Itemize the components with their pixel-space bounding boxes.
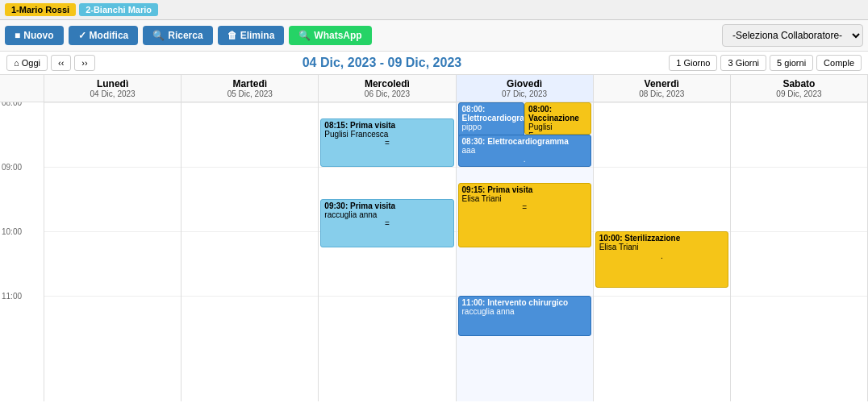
- time-label-1100: 11:00: [2, 292, 22, 301]
- day-header-lunedi: Lunedì 04 Dic, 2023: [44, 75, 182, 102]
- days-grid: 08:15: Prima visita Puglisi Francesca = …: [44, 102, 868, 401]
- day-col-sabato: [731, 102, 868, 401]
- delete-icon: 🗑: [227, 30, 237, 41]
- nav-row: ⌂ Oggi ‹‹ ›› 04 Dic, 2023 - 09 Dic, 2023…: [0, 52, 868, 75]
- modifica-button[interactable]: ✓ Modifica: [69, 26, 139, 45]
- event-gio-3[interactable]: 08:30: Elettrocardiogramma aaa .: [458, 135, 591, 167]
- hour-line: [594, 296, 730, 297]
- oggi-button[interactable]: ⌂ Oggi: [6, 55, 48, 71]
- event-mer-1[interactable]: 08:15: Prima visita Puglisi Francesca =: [320, 118, 453, 167]
- hour-line: [731, 296, 867, 297]
- event-gio-2[interactable]: 08:00: Vaccinazione Puglisi Francesca: [524, 102, 591, 135]
- hour-line: [457, 167, 593, 168]
- hour-line: [182, 167, 318, 168]
- view-complete-button[interactable]: Comple: [816, 55, 862, 71]
- time-label-0800: 08:00: [2, 102, 22, 107]
- plus-icon: ■: [15, 30, 20, 41]
- day-col-martedi: [182, 102, 319, 401]
- time-label-0900: 09:00: [2, 163, 22, 172]
- nav-left: ⌂ Oggi ‹‹ ››: [6, 55, 95, 71]
- view-1day-button[interactable]: 1 Giorno: [669, 55, 717, 71]
- hour-line: [182, 231, 318, 232]
- event-ven-1[interactable]: 10:00: Sterilizzazione Elisa Triani .: [595, 231, 728, 288]
- whatsapp-button[interactable]: 🔍 WhatsApp: [289, 26, 371, 45]
- toolbar: ■ Nuovo ✓ Modifica 🔍 Ricerca 🗑 Elimina 🔍…: [0, 20, 868, 52]
- collaboratore-select[interactable]: -Seleziona Collaboratore-: [722, 24, 863, 47]
- event-mer-2[interactable]: 09:30: Prima visita raccuglia anna =: [320, 199, 453, 247]
- calendar-header: Lunedì 04 Dic, 2023 Martedì 05 Dic, 2023…: [0, 75, 868, 102]
- day-header-mercoledi: Mercoledì 06 Dic, 2023: [319, 75, 456, 102]
- hour-line: [182, 102, 318, 103]
- elimina-button[interactable]: 🗑 Elimina: [218, 26, 285, 45]
- day-col-lunedi: [44, 102, 182, 401]
- event-gio-5[interactable]: 11:00: Intervento chirurgico raccuglia a…: [458, 296, 591, 336]
- next-button[interactable]: ››: [74, 55, 94, 71]
- prev-button[interactable]: ‹‹: [51, 55, 71, 71]
- tag-mario-rossi[interactable]: 1-Mario Rossi: [5, 3, 76, 16]
- day-header-martedi: Martedì 05 Dic, 2023: [182, 75, 319, 102]
- hour-line: [44, 231, 181, 232]
- hour-line: [319, 102, 455, 103]
- nuovo-button[interactable]: ■ Nuovo: [5, 26, 64, 45]
- home-icon: ⌂: [14, 58, 19, 68]
- hour-line: [44, 102, 181, 103]
- calendar-body: 08:00 09:00 10:00 11:00: [0, 102, 868, 401]
- hour-line: [731, 102, 867, 103]
- view-5days-button[interactable]: 5 giorni: [770, 55, 813, 71]
- day-header-sabato: Sabato 09 Dic, 2023: [731, 75, 868, 102]
- period-title: 04 Dic, 2023 - 09 Dic, 2023: [303, 56, 461, 70]
- event-gio-4[interactable]: 09:15: Prima visita Elisa Triani =: [458, 183, 591, 247]
- hour-line: [319, 167, 455, 168]
- day-col-mercoledi: 08:15: Prima visita Puglisi Francesca = …: [319, 102, 456, 401]
- tag-bianchi-mario[interactable]: 2-Bianchi Mario: [79, 3, 158, 16]
- hour-line: [731, 167, 867, 168]
- hour-line: [594, 102, 730, 103]
- day-header-giovedi: Giovedì 07 Dic, 2023: [457, 75, 594, 102]
- ricerca-button[interactable]: 🔍 Ricerca: [143, 26, 212, 45]
- day-col-giovedi: 08:00: Elettrocardiogram pippo 08:00: Va…: [457, 102, 594, 401]
- hour-line: [44, 167, 181, 168]
- hour-line: [731, 231, 867, 232]
- time-column: 08:00 09:00 10:00 11:00: [0, 102, 44, 401]
- day-col-venerdi: 10:00: Sterilizzazione Elisa Triani .: [594, 102, 731, 401]
- view-3days-button[interactable]: 3 Giorni: [720, 55, 766, 71]
- hour-line: [182, 296, 318, 297]
- hour-line: [594, 167, 730, 168]
- whatsapp-icon: 🔍: [298, 30, 311, 41]
- hour-line: [44, 296, 181, 297]
- tags-row: 1-Mario Rossi 2-Bianchi Mario: [0, 0, 868, 20]
- hour-line: [319, 296, 455, 297]
- check-icon: ✓: [78, 30, 86, 41]
- time-label-1000: 10:00: [2, 227, 22, 236]
- nav-right: 1 Giorno 3 Giorni 5 giorni Comple: [669, 55, 862, 71]
- search-icon: 🔍: [152, 30, 165, 41]
- day-header-venerdi: Venerdì 08 Dic, 2023: [594, 75, 731, 102]
- time-col-header: [0, 75, 44, 102]
- calendar-container: Lunedì 04 Dic, 2023 Martedì 05 Dic, 2023…: [0, 75, 868, 401]
